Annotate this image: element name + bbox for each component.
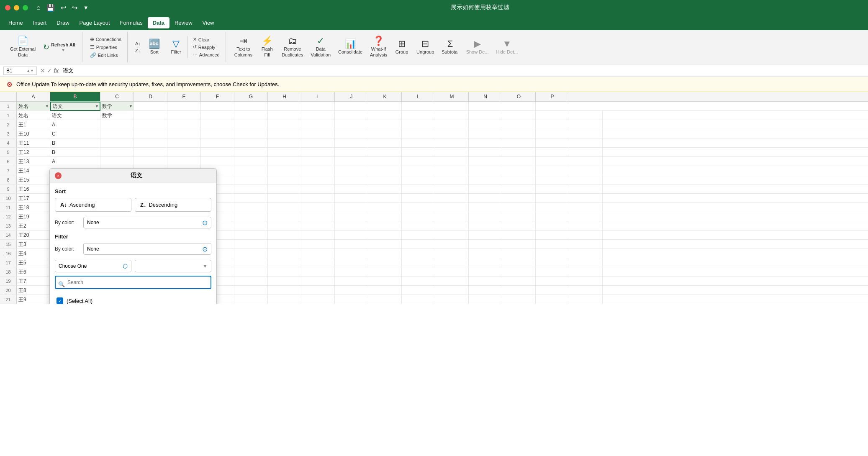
- grid-cell[interactable]: [301, 138, 335, 148]
- get-external-data-button[interactable]: 📄 Get ExternalData: [7, 35, 39, 59]
- grid-cell[interactable]: [402, 157, 435, 166]
- grid-cell[interactable]: [536, 157, 569, 166]
- grid-cell[interactable]: [234, 258, 268, 267]
- grid-cell[interactable]: [234, 221, 268, 231]
- grid-cell[interactable]: [234, 138, 268, 148]
- grid-cell[interactable]: [469, 240, 502, 249]
- grid-cell[interactable]: [100, 157, 134, 166]
- grid-cell[interactable]: [368, 129, 402, 138]
- grid-cell[interactable]: 王18: [17, 203, 50, 212]
- grid-cell[interactable]: [502, 194, 536, 203]
- grid-cell[interactable]: [469, 111, 502, 120]
- grid-cell[interactable]: [368, 175, 402, 184]
- what-if-button[interactable]: ❓ What-IfAnalysis: [367, 35, 390, 59]
- grid-cell[interactable]: [335, 267, 368, 277]
- grid-cell[interactable]: 王7: [17, 277, 50, 286]
- grid-cell[interactable]: [335, 194, 368, 203]
- grid-cell[interactable]: 王13: [17, 157, 50, 166]
- grid-cell[interactable]: [435, 129, 469, 138]
- grid-cell[interactable]: [268, 240, 301, 249]
- grid-cell[interactable]: [134, 102, 167, 111]
- grid-cell[interactable]: C: [50, 129, 100, 138]
- grid-cell[interactable]: [368, 286, 402, 295]
- grid-cell[interactable]: [167, 102, 201, 111]
- advanced-button[interactable]: ⋯ Advanced: [190, 51, 222, 58]
- grid-cell[interactable]: [134, 111, 167, 120]
- grid-cell[interactable]: [167, 138, 201, 148]
- grid-cell[interactable]: [368, 166, 402, 175]
- grid-cell[interactable]: [234, 212, 268, 221]
- grid-cell[interactable]: [435, 295, 469, 304]
- grid-cell[interactable]: [335, 258, 368, 267]
- grid-cell[interactable]: [536, 175, 569, 184]
- grid-cell[interactable]: [268, 157, 301, 166]
- grid-cell[interactable]: [435, 267, 469, 277]
- grid-cell[interactable]: [335, 277, 368, 286]
- grid-cell[interactable]: 王5: [17, 258, 50, 267]
- grid-cell[interactable]: [469, 175, 502, 184]
- grid-cell[interactable]: [234, 120, 268, 129]
- consolidate-button[interactable]: 📊 Consolidate: [335, 38, 366, 56]
- grid-cell[interactable]: [569, 277, 603, 286]
- grid-cell[interactable]: [368, 240, 402, 249]
- grid-cell[interactable]: [502, 212, 536, 221]
- grid-cell[interactable]: [234, 286, 268, 295]
- col-header-a[interactable]: A: [17, 92, 50, 101]
- grid-cell[interactable]: [234, 277, 268, 286]
- grid-cell[interactable]: [435, 194, 469, 203]
- grid-cell[interactable]: [335, 166, 368, 175]
- grid-cell[interactable]: [502, 221, 536, 231]
- grid-cell[interactable]: [368, 267, 402, 277]
- grid-cell[interactable]: 王4: [17, 249, 50, 258]
- grid-cell[interactable]: [368, 184, 402, 194]
- grid-cell[interactable]: [201, 148, 234, 157]
- grid-cell[interactable]: [301, 148, 335, 157]
- grid-cell[interactable]: 王6: [17, 267, 50, 277]
- grid-cell[interactable]: [335, 129, 368, 138]
- grid-cell[interactable]: 王16: [17, 184, 50, 194]
- grid-cell[interactable]: [234, 111, 268, 120]
- choose-one-dropdown[interactable]: Choose One ⬡: [55, 260, 131, 272]
- grid-cell[interactable]: 王9: [17, 295, 50, 304]
- grid-cell[interactable]: [502, 249, 536, 258]
- grid-cell[interactable]: [469, 148, 502, 157]
- grid-cell[interactable]: [335, 231, 368, 240]
- grid-cell[interactable]: [502, 102, 536, 111]
- grid-cell[interactable]: [301, 231, 335, 240]
- grid-cell[interactable]: [569, 240, 603, 249]
- grid-cell[interactable]: [435, 231, 469, 240]
- grid-cell[interactable]: [402, 221, 435, 231]
- grid-cell[interactable]: [536, 138, 569, 148]
- grid-cell[interactable]: [469, 249, 502, 258]
- grid-cell[interactable]: [502, 166, 536, 175]
- grid-cell[interactable]: [435, 258, 469, 267]
- grid-cell[interactable]: [134, 157, 167, 166]
- ungroup-button[interactable]: ⊟ Ungroup: [413, 38, 437, 56]
- grid-cell[interactable]: [234, 231, 268, 240]
- grid-cell[interactable]: [301, 129, 335, 138]
- grid-cell[interactable]: [536, 111, 569, 120]
- grid-cell[interactable]: [536, 267, 569, 277]
- grid-cell[interactable]: 王19: [17, 212, 50, 221]
- col-header-h[interactable]: H: [268, 92, 301, 101]
- checkbox-select-all[interactable]: ✓: [56, 297, 63, 304]
- grid-cell[interactable]: A: [50, 157, 100, 166]
- grid-cell[interactable]: [569, 175, 603, 184]
- grid-cell[interactable]: 王10: [17, 129, 50, 138]
- grid-cell[interactable]: [402, 184, 435, 194]
- grid-cell[interactable]: [268, 221, 301, 231]
- grid-cell[interactable]: [167, 148, 201, 157]
- grid-cell[interactable]: [569, 286, 603, 295]
- col-header-d[interactable]: D: [134, 92, 167, 101]
- grid-cell[interactable]: [402, 148, 435, 157]
- nav-formulas[interactable]: Formulas: [115, 17, 148, 28]
- grid-cell[interactable]: [502, 175, 536, 184]
- grid-cell[interactable]: [368, 249, 402, 258]
- grid-cell[interactable]: [435, 277, 469, 286]
- grid-cell[interactable]: [201, 138, 234, 148]
- grid-cell[interactable]: [201, 120, 234, 129]
- grid-cell[interactable]: [435, 240, 469, 249]
- grid-cell[interactable]: [335, 295, 368, 304]
- grid-cell[interactable]: [569, 249, 603, 258]
- minimize-window-btn[interactable]: [14, 5, 19, 10]
